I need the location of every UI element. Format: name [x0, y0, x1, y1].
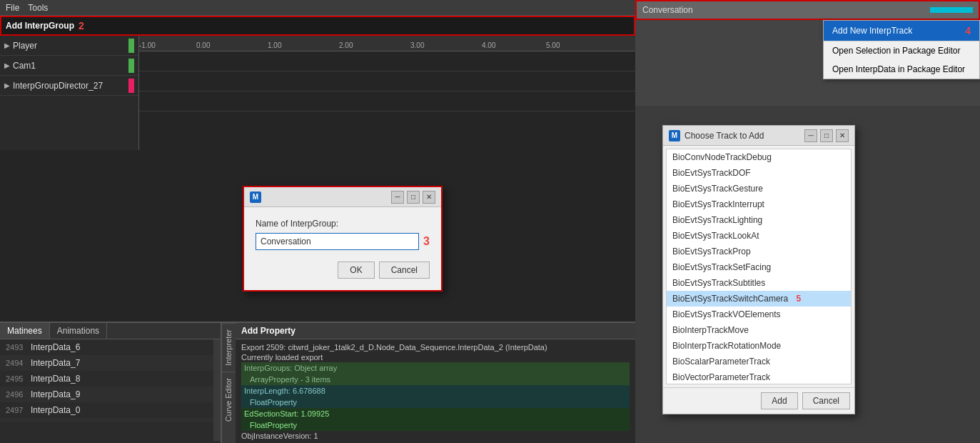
track-color-director	[128, 79, 134, 93]
modal-buttons: OK Cancel	[256, 262, 430, 279]
timeline-content: -1.00 0.00 1.00 2.00 3.00 4.00 5.00	[139, 36, 635, 150]
list-name: InterpData_6	[31, 342, 80, 352]
ruler-mark: 1.00	[268, 41, 281, 49]
list-item[interactable]: 2496 InterpData_9	[0, 387, 213, 402]
list-name: InterpData_8	[31, 374, 80, 384]
track-name-player: Player	[13, 41, 37, 51]
track-arrow: ▶	[4, 61, 10, 69]
prop-line-float2: FloatProperty	[241, 419, 630, 431]
choose-item[interactable]: BioInterpTrackMove	[667, 322, 851, 338]
modal-maximize[interactable]: □	[407, 191, 420, 204]
add-button[interactable]: Add	[761, 392, 797, 409]
prop-line-interp-length: InterpLength: 6.678688	[241, 385, 630, 397]
menu-bar: File Tools	[0, 0, 635, 16]
matinee-panel: Matinees Animations 2493 InterpData_6 24…	[0, 323, 221, 443]
ctx-badge: 4	[965, 25, 971, 36]
choose-controls: ─ □ ✕	[804, 129, 849, 142]
close-button[interactable]: ✕	[836, 129, 849, 142]
modal-close[interactable]: ✕	[423, 191, 435, 204]
list-num: 2496	[6, 390, 31, 399]
list-num: 2498	[6, 422, 31, 422]
modal-minimize[interactable]: ─	[391, 191, 404, 204]
choose-item-selected[interactable]: BioEvtSysTrackSwitchCamera 5	[667, 291, 851, 307]
track-name-cam1: Cam1	[13, 61, 36, 71]
modal-input[interactable]	[256, 233, 419, 250]
list-num: 2497	[6, 406, 31, 414]
tools-menu[interactable]: Tools	[28, 3, 48, 13]
cancel-button[interactable]: Cancel	[802, 392, 850, 409]
choose-item[interactable]: BioEvtSysTrackVOElements	[667, 307, 851, 322]
track-row: ▶ Cam1	[0, 56, 138, 76]
seq-editor-header: Add InterpGroup 2	[0, 16, 635, 36]
side-tab-curve-editor[interactable]: Curve Editor	[222, 372, 236, 427]
choose-item[interactable]: BioEvtSysTrackGesture	[667, 181, 851, 196]
prop-line: Export 2509: citwrd_joker_1talk2_d_D.Nod…	[241, 342, 630, 352]
ctx-item-open-selection[interactable]: Open Selection in Package Editor	[824, 41, 979, 60]
conv-track-bar	[930, 7, 973, 13]
prop-line: Currently loaded export	[241, 352, 630, 362]
choose-titlebar: M Choose Track to Add ─ □ ✕	[663, 126, 854, 146]
choose-item[interactable]: BioEvtSysTrackDOF	[667, 165, 851, 181]
track-list: ▶ Player ▶ Cam1 ▶ InterpGroupDirector_27	[0, 36, 139, 150]
ruler-mark: 2.00	[339, 41, 353, 49]
tab-animations[interactable]: Animations	[50, 323, 107, 339]
list-scrollbar[interactable]	[213, 339, 221, 441]
property-content: Export 2509: citwrd_joker_1talk2_d_D.Nod…	[236, 339, 635, 443]
ctx-add-track-label: Add New InterpTrack	[832, 26, 912, 36]
side-tabs: Interpreter Curve Editor	[221, 323, 236, 443]
tab-matinees[interactable]: Matinees	[0, 323, 50, 339]
modal-titlebar: M ─ □ ✕	[244, 187, 441, 207]
choose-footer: Add Cancel	[663, 387, 854, 414]
choose-item[interactable]: BioVectorParameterTrack	[667, 369, 851, 384]
choose-item[interactable]: BioEvtSysTrackSubtitles	[667, 275, 851, 291]
property-title: Add Property	[241, 326, 295, 336]
list-item[interactable]: 2493 InterpData_6	[0, 339, 213, 355]
list-item[interactable]: 2495 InterpData_8	[0, 371, 213, 387]
selected-badge: 5	[797, 294, 802, 304]
choose-item[interactable]: BioEvtSysTrackLighting	[667, 212, 851, 228]
list-num: 2495	[6, 374, 31, 383]
list-item[interactable]: 2498 InterpData_1	[0, 418, 213, 422]
track-color-player	[128, 39, 134, 53]
conversation-label: Conversation	[642, 5, 693, 15]
prop-line-float-property: FloatProperty	[241, 397, 630, 408]
modal-ok-button[interactable]: OK	[338, 262, 374, 279]
modal-controls: ─ □ ✕	[391, 191, 435, 204]
dialog-icon: M	[669, 130, 680, 141]
track-arrow: ▶	[4, 81, 10, 89]
list-name: InterpData_9	[31, 389, 80, 399]
prop-line-edsection: EdSectionStart: 1.09925	[241, 408, 630, 419]
side-tab-interpreter[interactable]: Interpreter	[222, 323, 236, 372]
choose-item[interactable]: BioInterpTrackRotationMode	[667, 338, 851, 354]
timeline-track	[139, 51, 635, 71]
ctx-item-open-interp[interactable]: Open InterpData in Package Editor	[824, 60, 979, 79]
choose-item[interactable]: BioEvtSysTrackLookAt	[667, 228, 851, 244]
choose-item[interactable]: BioConvNodeTrackDebug	[667, 149, 851, 165]
list-num: 2493	[6, 343, 31, 352]
prop-line-array-property: ArrayProperty - 3 items	[241, 374, 630, 385]
conversation-header: Conversation	[635, 0, 980, 20]
list-item[interactable]: 2494 InterpData_7	[0, 355, 213, 371]
choose-item[interactable]: BioScalarParameterTrack	[667, 354, 851, 369]
matinee-list: 2493 InterpData_6 2494 InterpData_7 2495…	[0, 339, 213, 422]
list-name: InterpData_1	[31, 421, 80, 422]
choose-item[interactable]: BioEvtSysTrackInterrupt	[667, 196, 851, 212]
choose-item[interactable]: BioEvtSysTrackProp	[667, 244, 851, 259]
property-editor: Add Property Export 2509: citwrd_joker_1…	[236, 323, 635, 443]
list-name: InterpData_0	[31, 405, 80, 415]
prop-line-interp-groups: InterpGroups: Object array	[241, 362, 630, 374]
track-arrow: ▶	[4, 41, 10, 49]
modal-cancel-button[interactable]: Cancel	[379, 262, 430, 279]
modal-badge: 3	[423, 235, 430, 248]
choose-item[interactable]: BioEvtSysTrackSetFacing	[667, 259, 851, 275]
minimize-button[interactable]: ─	[804, 129, 817, 142]
file-menu[interactable]: File	[6, 3, 19, 13]
selected-item-label: BioEvtSysTrackSwitchCamera	[672, 294, 788, 304]
maximize-button[interactable]: □	[820, 129, 833, 142]
list-item[interactable]: 2497 InterpData_0	[0, 402, 213, 418]
choose-track-list[interactable]: BioConvNodeTrackDebug BioEvtSysTrackDOF …	[666, 149, 852, 384]
ctx-item-add-track[interactable]: Add New InterpTrack 4	[824, 21, 979, 41]
ruler-mark: 4.00	[482, 41, 495, 49]
right-panel-top: Conversation Add New InterpTrack 4 Open …	[635, 0, 980, 20]
choose-track-dialog: M Choose Track to Add ─ □ ✕ BioConvNodeT…	[662, 125, 855, 414]
